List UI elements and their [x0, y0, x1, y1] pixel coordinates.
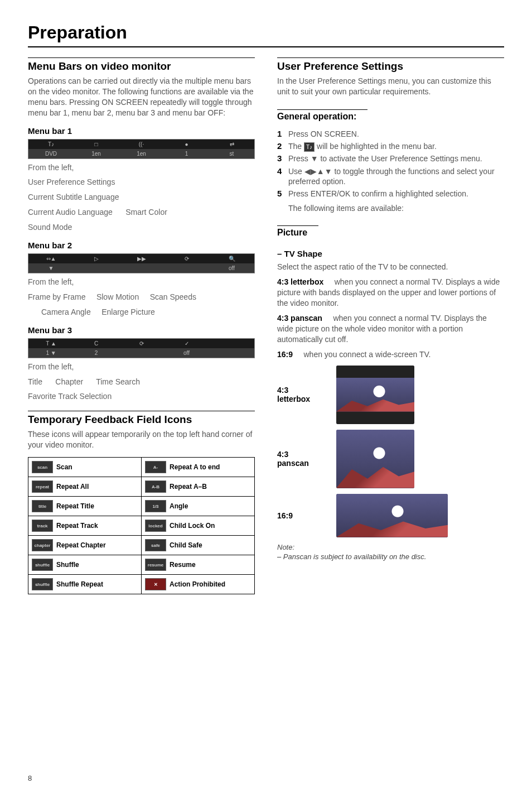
- shape-label-letterbox: 4:3 letterbox: [277, 386, 327, 403]
- menu-bar-1-image: T♪ □ ((· ● ⇄ DVD 1en 1en 1 st: [28, 139, 255, 159]
- feedback-row: titleRepeat Title1/3Angle: [28, 497, 254, 516]
- feedback-icon: ✕: [145, 578, 166, 590]
- feedback-icon: A-B: [145, 480, 166, 493]
- two-column-layout: Menu Bars on video monitor Operations ca…: [28, 57, 504, 594]
- mb1-l4: Sound Mode: [28, 222, 255, 233]
- tv-shape-heading: – TV Shape: [277, 249, 504, 258]
- mb3-top-2: ⟳: [119, 340, 164, 347]
- feedback-label: Repeat All: [56, 483, 89, 491]
- mb3-l1a: Title: [28, 377, 42, 386]
- general-operation-heading: General operation:: [277, 109, 367, 122]
- shape-tv-169: [336, 494, 448, 537]
- feedback-icon: track: [32, 520, 53, 532]
- shape-tv-panscan: [336, 430, 414, 488]
- feedback-icon: shuffle: [32, 578, 53, 590]
- feedback-icons-heading: Temporary Feedback Field Icons: [28, 411, 255, 426]
- mb3-top-0: T ▲: [28, 340, 74, 347]
- shape-tv-letterbox: [336, 366, 414, 424]
- feedback-label: Child Safe: [170, 541, 202, 549]
- feedback-icon: resume: [145, 559, 166, 571]
- feedback-label: Scan: [56, 463, 72, 471]
- feedback-label: Repeat A to end: [170, 463, 220, 471]
- mb1-l3b: Smart Color: [125, 208, 167, 217]
- mb1-top-4: ⇄: [209, 141, 254, 147]
- mb3-bot-3: off: [164, 350, 209, 356]
- menu-bar-2-heading: Menu bar 2: [28, 241, 255, 250]
- menu-bars-intro: Operations can be carried out directly v…: [28, 76, 255, 118]
- page-title: Preparation: [28, 22, 504, 47]
- mb3-l2: Favorite Track Selection: [28, 391, 255, 402]
- left-column: Menu Bars on video monitor Operations ca…: [28, 57, 255, 594]
- mb1-l1: User Preference Settings: [28, 177, 255, 188]
- feedback-row: shuffleShuffle Repeat✕Action Prohibited: [28, 575, 254, 594]
- mb3-bot-0: 1 ▼: [28, 350, 74, 356]
- opt-169-label: 16:9: [277, 350, 293, 359]
- menu-bar-3-heading: Menu bar 3: [28, 325, 255, 335]
- mb2-l1b: Slow Motion: [96, 292, 139, 301]
- feedback-icon: repeat: [32, 480, 53, 493]
- feedback-label: Repeat Track: [56, 522, 98, 530]
- feedback-icon: A-: [145, 461, 166, 473]
- step-item: 5Press ENTER/OK to confirm a highlighted…: [277, 188, 504, 199]
- mb1-bot-1: 1en: [74, 151, 119, 157]
- mb3-from: From the left,: [28, 362, 255, 372]
- feedback-icon: shuffle: [32, 559, 53, 571]
- step-item: 3Press ▼ to activate the User Preference…: [277, 153, 504, 164]
- mb3-l1b: Chapter: [55, 377, 83, 386]
- feedback-row: scanScanA-Repeat A to end: [28, 458, 254, 477]
- tv-shape-diagram: 4:3 letterbox 4:3 panscan 16:9: [277, 366, 504, 537]
- mb1-top-0: T♪: [28, 141, 74, 147]
- mb2-l1: Frame by Frame Slow Motion Scan Speeds: [28, 292, 255, 302]
- feedback-label: Action Prohibited: [170, 580, 225, 588]
- general-operation-tail: The following items are available:: [288, 203, 504, 214]
- picture-heading: Picture: [277, 225, 318, 238]
- feedback-label: Child Lock On: [170, 522, 215, 530]
- feedback-label: Repeat A–B: [170, 483, 207, 491]
- feedback-row: chapterRepeat ChaptersafeChild Safe: [28, 536, 254, 555]
- mb3-top-3: ✓: [164, 340, 209, 347]
- feedback-icon: safe: [145, 539, 166, 551]
- mb1-top-3: ●: [164, 141, 209, 147]
- shape-label-panscan: 4:3 panscan: [277, 450, 327, 468]
- mb1-bot-0: DVD: [28, 151, 74, 157]
- shape-label-169: 16:9: [277, 511, 327, 520]
- feedback-label: Resume: [170, 561, 196, 569]
- mb2-top-0: ⇔▲: [28, 256, 74, 262]
- feedback-label: Repeat Chapter: [56, 541, 106, 549]
- menu-bars-heading: Menu Bars on video monitor: [28, 57, 255, 73]
- feedback-label: Shuffle: [56, 561, 79, 569]
- mb2-top-1: ▷: [74, 256, 119, 262]
- mb3-top-1: C: [74, 340, 119, 347]
- mb1-l3a: Current Audio Language: [28, 208, 113, 217]
- mb1-l3: Current Audio Language Smart Color: [28, 207, 255, 218]
- note-heading: Note:: [277, 543, 504, 551]
- feedback-icons-table: scanScanA-Repeat A to endrepeatRepeat Al…: [28, 457, 255, 594]
- opt-169-body: when you connect a wide-screen TV.: [303, 350, 431, 359]
- mb1-bot-2: 1en: [119, 151, 164, 157]
- step-item: 1Press ON SCREEN.: [277, 128, 504, 140]
- menu-bar-1-heading: Menu bar 1: [28, 126, 255, 136]
- opt-letterbox: 4:3 letterbox when you connect a normal …: [277, 277, 504, 309]
- mb1-bot-3: 1: [164, 151, 209, 157]
- user-pref-heading: User Preference Settings: [277, 57, 504, 73]
- feedback-row: repeatRepeat AllA-BRepeat A–B: [28, 477, 254, 497]
- mb3-bot-1: 2: [74, 350, 119, 356]
- mb3-l1c: Time Search: [96, 377, 140, 386]
- pref-icon: T♪: [304, 142, 315, 152]
- mb2-bot-0: ▼: [28, 265, 74, 271]
- mb2-l1a: Frame by Frame: [28, 292, 85, 301]
- step-item: 4Use ◀▶▲▼ to toggle through the function…: [277, 166, 504, 188]
- mb1-from: From the left,: [28, 162, 255, 173]
- mb2-top-4: 🔍: [209, 256, 254, 262]
- mb2-l1c: Scan Speeds: [150, 292, 196, 301]
- step-item: 2The T♪ will be highlighted in the menu …: [277, 141, 504, 152]
- mb2-bot-4: off: [209, 265, 254, 271]
- feedback-icon: title: [32, 500, 53, 512]
- feedback-icon: 1/3: [145, 500, 166, 512]
- feedback-row: trackRepeat TracklockedChild Lock On: [28, 516, 254, 536]
- feedback-row: shuffleShuffleresumeResume: [28, 555, 254, 575]
- feedback-label: Angle: [170, 502, 188, 510]
- feedback-icons-intro: These icons will appear temporarily on t…: [28, 429, 255, 450]
- page-number: 8: [28, 774, 32, 782]
- mb1-l2: Current Subtitle Language: [28, 192, 255, 203]
